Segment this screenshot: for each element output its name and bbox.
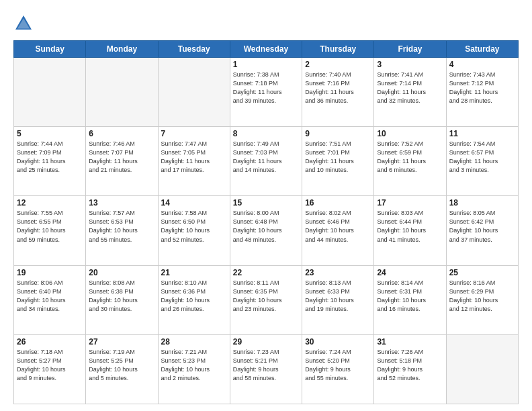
calendar-cell: 17Sunrise: 8:03 AMSunset: 6:44 PMDayligh… bbox=[374, 196, 446, 265]
day-of-week-header: Sunday bbox=[14, 41, 86, 58]
calendar-cell: 9Sunrise: 7:51 AMSunset: 7:01 PMDaylight… bbox=[302, 127, 374, 196]
day-info: Sunrise: 7:21 AMSunset: 5:23 PMDaylight:… bbox=[161, 348, 227, 383]
day-info: Sunrise: 7:51 AMSunset: 7:01 PMDaylight:… bbox=[305, 140, 371, 175]
day-number: 12 bbox=[17, 198, 83, 208]
day-info: Sunrise: 7:40 AMSunset: 7:16 PMDaylight:… bbox=[305, 71, 371, 105]
day-of-week-header: Wednesday bbox=[230, 41, 302, 58]
day-info: Sunrise: 7:58 AMSunset: 6:50 PMDaylight:… bbox=[161, 209, 227, 244]
day-number: 18 bbox=[449, 198, 515, 208]
day-info: Sunrise: 7:19 AMSunset: 5:25 PMDaylight:… bbox=[89, 348, 154, 383]
calendar-week-row: 26Sunrise: 7:18 AMSunset: 5:27 PMDayligh… bbox=[14, 334, 519, 404]
day-number: 2 bbox=[305, 60, 371, 69]
calendar-cell: 24Sunrise: 8:14 AMSunset: 6:31 PMDayligh… bbox=[374, 265, 446, 334]
day-number: 7 bbox=[161, 129, 227, 138]
day-number: 10 bbox=[377, 129, 443, 138]
calendar-cell: 10Sunrise: 7:52 AMSunset: 6:59 PMDayligh… bbox=[374, 127, 446, 196]
calendar-cell bbox=[446, 334, 518, 404]
day-info: Sunrise: 7:57 AMSunset: 6:53 PMDaylight:… bbox=[89, 209, 154, 244]
day-number: 22 bbox=[233, 268, 299, 277]
logo-icon bbox=[13, 13, 34, 34]
calendar-cell: 1Sunrise: 7:38 AMSunset: 7:18 PMDaylight… bbox=[230, 58, 302, 127]
day-info: Sunrise: 7:49 AMSunset: 7:03 PMDaylight:… bbox=[233, 140, 299, 175]
day-number: 16 bbox=[305, 198, 371, 208]
day-of-week-header: Thursday bbox=[302, 41, 374, 58]
day-info: Sunrise: 8:11 AMSunset: 6:35 PMDaylight:… bbox=[233, 279, 299, 314]
calendar-cell: 26Sunrise: 7:18 AMSunset: 5:27 PMDayligh… bbox=[14, 334, 86, 404]
calendar-cell: 12Sunrise: 7:55 AMSunset: 6:55 PMDayligh… bbox=[14, 196, 86, 265]
day-info: Sunrise: 7:55 AMSunset: 6:55 PMDaylight:… bbox=[17, 209, 83, 244]
calendar-cell: 15Sunrise: 8:00 AMSunset: 6:48 PMDayligh… bbox=[230, 196, 302, 265]
calendar-cell: 16Sunrise: 8:02 AMSunset: 6:46 PMDayligh… bbox=[302, 196, 374, 265]
day-number: 27 bbox=[89, 337, 154, 347]
calendar-cell: 30Sunrise: 7:24 AMSunset: 5:20 PMDayligh… bbox=[302, 334, 374, 404]
calendar-cell: 31Sunrise: 7:26 AMSunset: 5:18 PMDayligh… bbox=[374, 334, 446, 404]
calendar-week-row: 5Sunrise: 7:44 AMSunset: 7:09 PMDaylight… bbox=[14, 127, 519, 196]
calendar-cell: 18Sunrise: 8:05 AMSunset: 6:42 PMDayligh… bbox=[446, 196, 518, 265]
calendar-cell: 13Sunrise: 7:57 AMSunset: 6:53 PMDayligh… bbox=[86, 196, 158, 265]
day-number: 31 bbox=[377, 337, 443, 347]
logo bbox=[13, 13, 36, 34]
day-info: Sunrise: 7:52 AMSunset: 6:59 PMDaylight:… bbox=[377, 140, 443, 175]
day-info: Sunrise: 7:41 AMSunset: 7:14 PMDaylight:… bbox=[377, 71, 443, 105]
day-info: Sunrise: 8:16 AMSunset: 6:29 PMDaylight:… bbox=[449, 279, 515, 314]
day-number: 29 bbox=[233, 337, 299, 347]
calendar-cell: 4Sunrise: 7:43 AMSunset: 7:12 PMDaylight… bbox=[446, 58, 518, 127]
day-number: 8 bbox=[233, 129, 299, 138]
day-info: Sunrise: 7:54 AMSunset: 6:57 PMDaylight:… bbox=[449, 140, 515, 175]
day-number: 11 bbox=[449, 129, 515, 138]
day-info: Sunrise: 8:08 AMSunset: 6:38 PMDaylight:… bbox=[89, 279, 154, 314]
day-number: 4 bbox=[449, 60, 515, 69]
calendar-week-row: 12Sunrise: 7:55 AMSunset: 6:55 PMDayligh… bbox=[14, 196, 519, 265]
calendar-cell: 29Sunrise: 7:23 AMSunset: 5:21 PMDayligh… bbox=[230, 334, 302, 404]
calendar-week-row: 1Sunrise: 7:38 AMSunset: 7:18 PMDaylight… bbox=[14, 58, 519, 127]
calendar-cell: 2Sunrise: 7:40 AMSunset: 7:16 PMDaylight… bbox=[302, 58, 374, 127]
page: SundayMondayTuesdayWednesdayThursdayFrid… bbox=[0, 0, 532, 411]
day-info: Sunrise: 8:10 AMSunset: 6:36 PMDaylight:… bbox=[161, 279, 227, 314]
day-info: Sunrise: 7:23 AMSunset: 5:21 PMDaylight:… bbox=[233, 348, 299, 383]
day-number: 13 bbox=[89, 198, 154, 208]
calendar-cell: 21Sunrise: 8:10 AMSunset: 6:36 PMDayligh… bbox=[158, 265, 230, 334]
day-number: 9 bbox=[305, 129, 371, 138]
day-number: 26 bbox=[17, 337, 83, 347]
calendar-cell: 7Sunrise: 7:47 AMSunset: 7:05 PMDaylight… bbox=[158, 127, 230, 196]
calendar-cell: 14Sunrise: 7:58 AMSunset: 6:50 PMDayligh… bbox=[158, 196, 230, 265]
calendar-cell: 22Sunrise: 8:11 AMSunset: 6:35 PMDayligh… bbox=[230, 265, 302, 334]
header bbox=[13, 11, 519, 34]
day-info: Sunrise: 8:05 AMSunset: 6:42 PMDaylight:… bbox=[449, 209, 515, 244]
calendar-cell: 6Sunrise: 7:46 AMSunset: 7:07 PMDaylight… bbox=[86, 127, 158, 196]
day-number: 28 bbox=[161, 337, 227, 347]
day-info: Sunrise: 7:26 AMSunset: 5:18 PMDaylight:… bbox=[377, 348, 443, 383]
calendar-cell: 8Sunrise: 7:49 AMSunset: 7:03 PMDaylight… bbox=[230, 127, 302, 196]
day-of-week-header: Saturday bbox=[446, 41, 518, 58]
calendar-cell bbox=[14, 58, 86, 127]
day-number: 24 bbox=[377, 268, 443, 277]
calendar-cell: 28Sunrise: 7:21 AMSunset: 5:23 PMDayligh… bbox=[158, 334, 230, 404]
day-info: Sunrise: 8:02 AMSunset: 6:46 PMDaylight:… bbox=[305, 209, 371, 244]
day-of-week-header: Monday bbox=[86, 41, 158, 58]
day-number: 17 bbox=[377, 198, 443, 208]
day-number: 14 bbox=[161, 198, 227, 208]
day-info: Sunrise: 8:06 AMSunset: 6:40 PMDaylight:… bbox=[17, 279, 83, 314]
calendar-cell: 3Sunrise: 7:41 AMSunset: 7:14 PMDaylight… bbox=[374, 58, 446, 127]
calendar-cell: 11Sunrise: 7:54 AMSunset: 6:57 PMDayligh… bbox=[446, 127, 518, 196]
day-info: Sunrise: 7:24 AMSunset: 5:20 PMDaylight:… bbox=[305, 348, 371, 383]
calendar-cell: 19Sunrise: 8:06 AMSunset: 6:40 PMDayligh… bbox=[14, 265, 86, 334]
day-info: Sunrise: 7:43 AMSunset: 7:12 PMDaylight:… bbox=[449, 71, 515, 105]
calendar-cell: 25Sunrise: 8:16 AMSunset: 6:29 PMDayligh… bbox=[446, 265, 518, 334]
calendar-cell bbox=[158, 58, 230, 127]
calendar-cell: 5Sunrise: 7:44 AMSunset: 7:09 PMDaylight… bbox=[14, 127, 86, 196]
day-info: Sunrise: 7:46 AMSunset: 7:07 PMDaylight:… bbox=[89, 140, 154, 175]
day-number: 20 bbox=[89, 268, 154, 277]
day-number: 19 bbox=[17, 268, 83, 277]
day-number: 23 bbox=[305, 268, 371, 277]
day-of-week-header: Tuesday bbox=[158, 41, 230, 58]
calendar-cell: 23Sunrise: 8:13 AMSunset: 6:33 PMDayligh… bbox=[302, 265, 374, 334]
calendar: SundayMondayTuesdayWednesdayThursdayFrid… bbox=[13, 40, 519, 404]
day-info: Sunrise: 8:13 AMSunset: 6:33 PMDaylight:… bbox=[305, 279, 371, 314]
day-info: Sunrise: 8:00 AMSunset: 6:48 PMDaylight:… bbox=[233, 209, 299, 244]
day-info: Sunrise: 8:14 AMSunset: 6:31 PMDaylight:… bbox=[377, 279, 443, 314]
day-info: Sunrise: 8:03 AMSunset: 6:44 PMDaylight:… bbox=[377, 209, 443, 244]
day-number: 15 bbox=[233, 198, 299, 208]
calendar-week-row: 19Sunrise: 8:06 AMSunset: 6:40 PMDayligh… bbox=[14, 265, 519, 334]
day-number: 5 bbox=[17, 129, 83, 138]
